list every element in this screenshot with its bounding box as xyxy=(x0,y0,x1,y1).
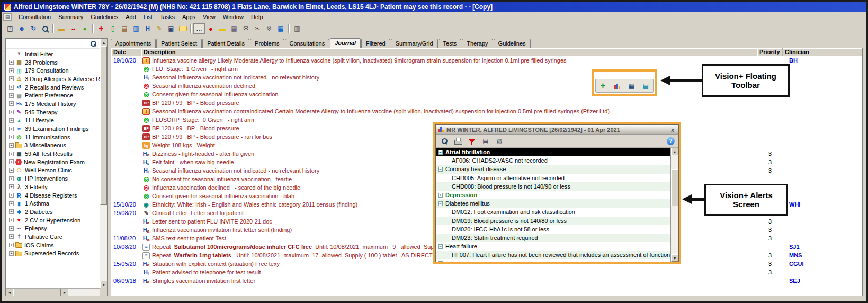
tab[interactable]: Summary/Grid xyxy=(391,39,438,48)
tree-expander-icon[interactable] xyxy=(9,218,14,222)
sidebar-item[interactable]: 3 Drug Allergies & Adverse Reac xyxy=(6,75,100,83)
sidebar-item[interactable]: Superseded Records xyxy=(6,249,100,258)
toolbar-button[interactable] xyxy=(165,23,177,34)
sidebar-item[interactable]: Epilepsy xyxy=(6,224,100,233)
toolbar-button[interactable] xyxy=(52,24,54,33)
export-icon[interactable] xyxy=(495,137,504,146)
tree-expander-icon[interactable] xyxy=(9,243,14,247)
menu-item[interactable]: Apps xyxy=(178,13,199,21)
tree-expander-icon[interactable] xyxy=(9,68,14,73)
toolbar-button[interactable] xyxy=(177,23,189,34)
tree-expander-icon[interactable] xyxy=(9,159,14,164)
tree-expander-icon[interactable] xyxy=(9,93,14,98)
toolbar-button[interactable] xyxy=(56,23,67,34)
tab[interactable]: Problems xyxy=(250,39,284,48)
alert-row[interactable]: DM023: Statin treatment required xyxy=(436,234,670,242)
toolbar-button[interactable] xyxy=(193,23,205,34)
scroll-right-icon[interactable]: ► xyxy=(61,289,68,296)
alert-row[interactable]: CHD008: Blood pressure is not 140/90 or … xyxy=(436,182,670,191)
menu-item[interactable]: List xyxy=(140,13,156,21)
toolbar-button[interactable] xyxy=(142,23,154,34)
alert-row[interactable]: DM019: Blood pressure is not 140/80 or l… xyxy=(436,217,670,225)
column-header-priority[interactable]: Priority xyxy=(757,48,783,56)
sidebar-item[interactable]: 28 Problems xyxy=(6,58,100,67)
alert-expander-icon[interactable] xyxy=(438,193,443,198)
tree-expander-icon[interactable] xyxy=(9,226,14,231)
alert-row[interactable]: Coronary heart disease xyxy=(436,165,670,173)
alert-expander-icon[interactable] xyxy=(438,244,443,249)
tree-expander-icon[interactable] xyxy=(9,135,14,139)
tree-expander-icon[interactable] xyxy=(9,127,14,131)
scroll-thumb[interactable] xyxy=(671,169,678,206)
toolbar-button[interactable] xyxy=(92,24,94,33)
toolbar-button[interactable] xyxy=(263,23,275,34)
tab[interactable]: Patient Details xyxy=(202,39,249,48)
alert-row[interactable]: DM020: IFCC-HbA1c is not 58 or less xyxy=(436,225,670,234)
toolbar-button[interactable] xyxy=(39,23,51,34)
alert-row[interactable]: Hypertension xyxy=(436,259,670,262)
print-icon[interactable] xyxy=(453,137,463,146)
alert-row[interactable]: Diabetes mellitus xyxy=(436,199,670,208)
alert-row[interactable]: CHD005: Aspirin or alternative not recor… xyxy=(436,174,670,182)
filter-icon[interactable] xyxy=(467,137,477,146)
journal-row[interactable]: 19/10/20 Influenza vaccine allergy Likel… xyxy=(111,56,862,65)
toolbar-button[interactable] xyxy=(130,23,142,34)
alert-expander-icon[interactable] xyxy=(438,167,443,172)
menu-item[interactable]: Summary xyxy=(55,13,87,21)
menu-item[interactable]: View xyxy=(199,13,219,21)
tree-expander-icon[interactable] xyxy=(9,101,14,106)
sidebar-item[interactable]: 39 Examination Findings xyxy=(6,124,100,133)
sidebar-item[interactable]: HP Interventions xyxy=(6,174,100,183)
tree-expander-icon[interactable] xyxy=(9,110,14,114)
sidebar-item[interactable]: Palliative Care xyxy=(6,233,100,241)
journal-row[interactable]: BP 120 / 99 BP - Blood pressure xyxy=(111,99,862,107)
tree-expander-icon[interactable] xyxy=(9,143,14,148)
search-icon[interactable] xyxy=(89,40,98,48)
sidebar-item[interactable]: 179 Consultation xyxy=(6,66,100,75)
menu-item[interactable]: Window xyxy=(219,13,247,21)
toolbar-button[interactable] xyxy=(275,23,287,34)
alert-row[interactable]: Atrial fibrillation xyxy=(436,148,670,156)
add-medical-data-icon[interactable] xyxy=(598,82,608,90)
practice-reports-icon[interactable] xyxy=(641,82,651,90)
toolbar-button[interactable] xyxy=(16,23,28,34)
tree-expander-icon[interactable] xyxy=(9,184,14,189)
alert-row[interactable]: Depression xyxy=(436,191,670,199)
preview-icon[interactable] xyxy=(440,137,449,146)
sidebar-item[interactable]: 4 Disease Registers xyxy=(6,191,100,200)
tree-expander-icon[interactable] xyxy=(9,234,14,239)
toolbar-button[interactable] xyxy=(107,23,119,34)
tree-expander-icon[interactable] xyxy=(9,168,14,173)
sidebar-item[interactable]: Initial Filter xyxy=(6,50,100,58)
tab[interactable]: Filtered xyxy=(361,39,390,48)
alert-row[interactable]: Heart failure xyxy=(436,242,670,251)
tab[interactable]: Appointments xyxy=(111,39,156,48)
column-header-date[interactable]: Date xyxy=(111,48,141,56)
tab[interactable]: Tests xyxy=(439,39,462,48)
tree-expander-icon[interactable] xyxy=(9,76,14,81)
tree-expander-icon[interactable] xyxy=(9,152,14,156)
toolbar-button[interactable] xyxy=(288,24,290,33)
toolbar-button[interactable] xyxy=(190,24,192,33)
menu-item[interactable]: Guidelines xyxy=(87,13,122,21)
scroll-thumb[interactable] xyxy=(13,289,61,296)
menu-item[interactable]: Help xyxy=(247,13,267,21)
sidebar-horizontal-scrollbar[interactable]: ◄ ► xyxy=(6,288,100,296)
sidebar-vertical-scrollbar[interactable]: ▲ ▼ xyxy=(100,39,107,288)
toolbar-button[interactable] xyxy=(28,23,39,34)
tree-expander-icon[interactable] xyxy=(9,60,14,65)
scroll-down-icon[interactable]: ▼ xyxy=(671,254,678,262)
alert-row[interactable]: AF006: CHADS2-VASC not recorded xyxy=(436,156,670,165)
close-icon[interactable]: x xyxy=(669,126,676,133)
scroll-up-icon[interactable]: ▲ xyxy=(671,148,678,155)
tab[interactable]: Patient Select xyxy=(156,39,202,48)
tree-expander-icon[interactable] xyxy=(9,201,14,206)
toolbar-button[interactable] xyxy=(79,23,91,34)
scroll-up-icon[interactable]: ▲ xyxy=(100,39,108,46)
tree-expander-icon[interactable] xyxy=(9,118,14,123)
alerts-title-bar[interactable]: MR WINTER, ALFRED LIVINGSTONE [26/02/194… xyxy=(436,125,678,135)
toolbar-button[interactable] xyxy=(154,23,165,34)
sidebar-item[interactable]: 3 Elderly xyxy=(6,183,100,191)
sidebar-item[interactable]: Patient Preference xyxy=(6,91,100,100)
alert-row[interactable]: HF007: Heart Failure has not been review… xyxy=(436,251,670,259)
